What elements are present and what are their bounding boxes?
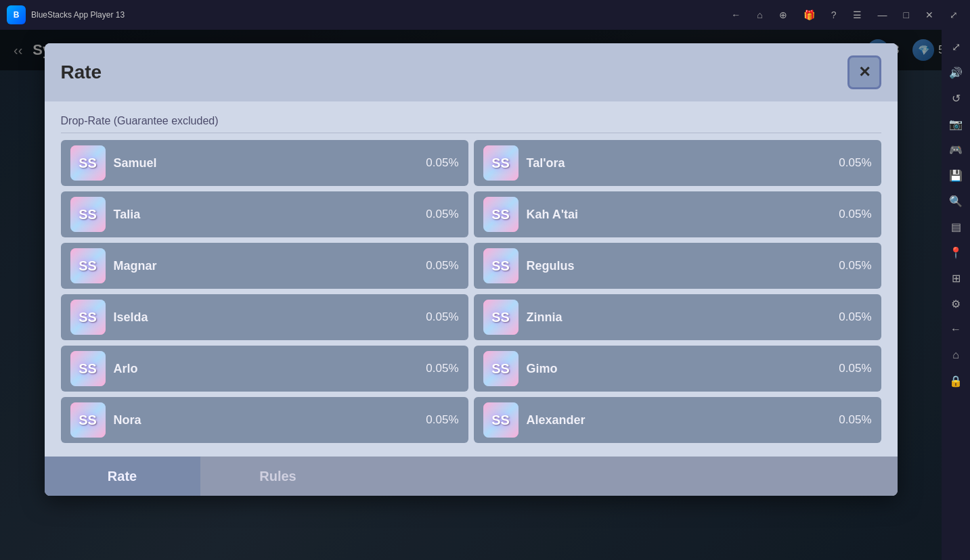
item-name: Gimo — [527, 362, 831, 376]
ss-badge: SS — [483, 248, 519, 283]
ss-label: SS — [491, 310, 510, 325]
close-icon: ✕ — [858, 64, 870, 81]
tab-rate[interactable]: Rate — [45, 457, 200, 496]
item-name: Regulus — [527, 259, 831, 273]
titlebar-controls: ← ⌂ ⊕ 🎁 ? ☰ — □ ✕ ⤢ — [726, 7, 963, 23]
right-sidebar: ⤢ 🔊 ↺ 📷 🎮 💾 🔍 ▤ 📍 ⊞ ⚙ ← ⌂ 🔒 — [942, 30, 970, 560]
item-name: Talia — [114, 208, 418, 222]
item-rate: 0.05% — [426, 156, 458, 170]
rate-item: SS Talia 0.05% — [61, 191, 468, 237]
item-name: Tal'ora — [527, 156, 831, 170]
fullscreen-btn[interactable]: ⤢ — [944, 7, 963, 23]
ss-label: SS — [79, 258, 97, 274]
sidebar-search-icon[interactable]: 🔍 — [946, 191, 966, 211]
ss-badge: SS — [70, 145, 106, 181]
rate-item: SS Kah A'tai 0.05% — [474, 191, 881, 237]
back-btn[interactable]: ← — [726, 7, 746, 23]
item-rate: 0.05% — [426, 362, 458, 375]
rate-item: SS Alexander 0.05% — [474, 397, 881, 443]
rate-item: SS Tal'ora 0.05% — [474, 140, 881, 186]
sidebar-settings-icon[interactable]: ⚙ — [946, 294, 966, 314]
rate-item: SS Gimo 0.05% — [474, 346, 881, 392]
ss-badge: SS — [70, 248, 106, 283]
ss-label: SS — [491, 258, 510, 274]
modal-overlay: Rate ✕ Drop-Rate (Guarantee excluded) SS… — [0, 30, 942, 560]
item-name: Zinnia — [527, 310, 831, 325]
minimize-btn[interactable]: — — [873, 7, 893, 23]
item-rate: 0.05% — [426, 259, 458, 273]
sidebar-home-icon[interactable]: ⌂ — [946, 345, 966, 365]
ss-label: SS — [79, 207, 97, 223]
menu-icon[interactable]: ☰ — [847, 7, 867, 23]
ss-badge: SS — [483, 197, 519, 232]
ss-label: SS — [79, 413, 97, 428]
home-btn[interactable]: ⌂ — [751, 7, 768, 23]
modal-close-button[interactable]: ✕ — [847, 55, 881, 89]
ss-label: SS — [491, 413, 510, 428]
ss-badge: SS — [483, 300, 519, 335]
rate-item: SS Regulus 0.05% — [474, 243, 881, 289]
help-icon[interactable]: ? — [826, 7, 842, 23]
sidebar-lock-icon[interactable]: 🔒 — [946, 371, 966, 391]
rate-item: SS Arlo 0.05% — [61, 346, 468, 392]
tab-rules[interactable]: Rules — [200, 457, 356, 496]
titlebar: B BlueStacks App Player 13 ← ⌂ ⊕ 🎁 ? ☰ —… — [0, 0, 970, 30]
rate-item: SS Magnar 0.05% — [61, 243, 468, 289]
item-rate: 0.05% — [426, 413, 458, 427]
modal-title: Rate — [61, 62, 102, 83]
tabs-btn[interactable]: ⊕ — [774, 7, 793, 23]
modal-tabs: RateRules — [45, 457, 898, 496]
item-name: Iselda — [114, 310, 418, 325]
item-rate: 0.05% — [839, 362, 871, 375]
ss-badge: SS — [483, 402, 519, 438]
sidebar-sound-icon[interactable]: 🔊 — [946, 62, 966, 83]
item-rate: 0.05% — [426, 310, 458, 324]
ss-label: SS — [491, 207, 510, 223]
drop-rate-subtitle: Drop-Rate (Guarantee excluded) — [61, 115, 881, 133]
modal-body: Drop-Rate (Guarantee excluded) SS Samuel… — [45, 101, 898, 457]
item-name: Kah A'tai — [527, 208, 831, 222]
sidebar-fullscreen-icon[interactable]: ⤢ — [946, 37, 966, 57]
sidebar-gamepad-icon[interactable]: 🎮 — [946, 139, 966, 160]
ss-badge: SS — [70, 402, 106, 438]
rate-item: SS Samuel 0.05% — [61, 140, 468, 186]
sidebar-screenshot-icon[interactable]: 📷 — [946, 114, 966, 134]
item-rate: 0.05% — [839, 310, 871, 324]
item-rate: 0.05% — [839, 208, 871, 221]
ss-badge: SS — [70, 300, 106, 335]
item-name: Samuel — [114, 156, 418, 170]
item-rate: 0.05% — [839, 156, 871, 170]
sidebar-layers-icon[interactable]: ▤ — [946, 216, 966, 237]
item-name: Nora — [114, 413, 418, 427]
app-logo: B — [7, 5, 26, 24]
rate-item: SS Zinnia 0.05% — [474, 294, 881, 340]
rate-item: SS Nora 0.05% — [61, 397, 468, 443]
sidebar-back-icon[interactable]: ← — [946, 319, 966, 340]
item-rate: 0.05% — [426, 208, 458, 221]
sidebar-rotate-icon[interactable]: ↺ — [946, 88, 966, 108]
sidebar-stack-icon[interactable]: ⊞ — [946, 268, 966, 288]
item-name: Arlo — [114, 362, 418, 376]
rate-item: SS Iselda 0.05% — [61, 294, 468, 340]
sidebar-location-icon[interactable]: 📍 — [946, 242, 966, 262]
ss-label: SS — [491, 156, 510, 171]
app-title: BlueStacks App Player 13 — [31, 10, 125, 20]
ss-badge: SS — [70, 197, 106, 232]
ss-label: SS — [79, 361, 97, 377]
ss-label: SS — [79, 156, 97, 171]
item-name: Alexander — [527, 413, 831, 427]
item-name: Magnar — [114, 259, 418, 273]
close-btn[interactable]: ✕ — [920, 7, 939, 23]
ss-label: SS — [491, 361, 510, 377]
item-rate: 0.05% — [839, 413, 871, 427]
maximize-btn[interactable]: □ — [898, 7, 914, 23]
ss-label: SS — [79, 310, 97, 325]
modal-header: Rate ✕ — [45, 43, 898, 101]
ss-badge: SS — [70, 351, 106, 386]
sidebar-save-icon[interactable]: 💾 — [946, 165, 966, 185]
gift-icon[interactable]: 🎁 — [798, 7, 820, 23]
item-rate: 0.05% — [839, 259, 871, 273]
rate-modal: Rate ✕ Drop-Rate (Guarantee excluded) SS… — [45, 43, 898, 496]
ss-badge: SS — [483, 351, 519, 386]
items-grid: SS Samuel 0.05% SS Tal'ora 0.05% SS Tali… — [61, 140, 881, 443]
